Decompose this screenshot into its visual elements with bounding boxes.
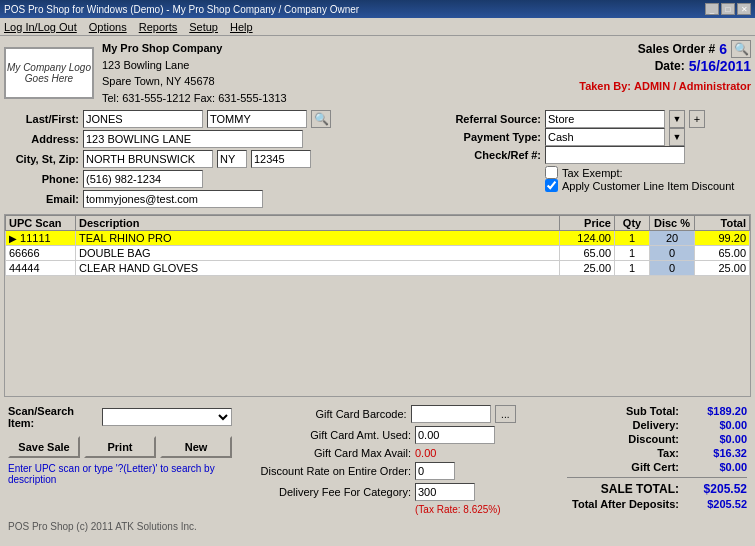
table-row[interactable]: 66666 DOUBLE BAG 65.00 1 0 65.00: [6, 246, 750, 261]
items-table: UPC Scan Description Price Qty Disc % To…: [5, 215, 750, 276]
gift-barcode-input[interactable]: [411, 405, 491, 423]
scan-section: Scan/Search Item: Save Sale Print New En…: [8, 405, 248, 515]
gift-cert-row: Gift Cert: $0.00: [567, 461, 747, 473]
gift-delivery-row: Delivery Fee For Category:: [256, 483, 516, 501]
sales-order-number: 6: [719, 41, 727, 57]
bottom-area: Scan/Search Item: Save Sale Print New En…: [4, 401, 751, 519]
company-address2: Spare Town, NY 45678: [102, 73, 287, 90]
menu-login[interactable]: Log In/Log Out: [4, 21, 77, 33]
discount-label: Discount:: [567, 433, 679, 445]
phone-row: Phone:: [4, 170, 423, 188]
phone-input[interactable]: [83, 170, 203, 188]
apply-discount-row: Apply Customer Line Item Discount: [431, 179, 751, 192]
referral-dropdown-button[interactable]: ▼: [669, 110, 685, 128]
cell-total-2: 25.00: [695, 261, 750, 276]
menu-help[interactable]: Help: [230, 21, 253, 33]
referral-add-button[interactable]: +: [689, 110, 705, 128]
gift-delivery-input[interactable]: [415, 483, 475, 501]
apply-discount-checkbox[interactable]: [545, 179, 558, 192]
zip-input[interactable]: [251, 150, 311, 168]
window-title: POS Pro Shop for Windows (Demo) - My Pro…: [4, 4, 359, 15]
taken-by-label: Taken By:: [579, 80, 631, 92]
address-input[interactable]: [83, 130, 303, 148]
cell-desc-2: CLEAR HAND GLOVES: [76, 261, 560, 276]
tax-exempt-checkbox[interactable]: [545, 166, 558, 179]
after-deposits-value: $205.52: [687, 498, 747, 510]
menu-setup[interactable]: Setup: [189, 21, 218, 33]
right-panel: Referral Source: ▼ + Payment Type: ▼ Che…: [431, 110, 751, 210]
last-first-label: Last/First:: [4, 113, 79, 125]
city-input[interactable]: [83, 150, 213, 168]
referral-input[interactable]: [545, 110, 665, 128]
state-input[interactable]: [217, 150, 247, 168]
row-arrow-0: ▶: [9, 233, 17, 244]
taken-by-value: ADMIN / Administrator: [634, 80, 751, 92]
cell-qty-1: 1: [615, 246, 650, 261]
delivery-label: Delivery:: [567, 419, 679, 431]
delivery-value: $0.00: [687, 419, 747, 431]
footer: POS Pro Shop (c) 2011 ATK Solutions Inc.: [4, 519, 751, 534]
cell-qty-2: 1: [615, 261, 650, 276]
referral-label: Referral Source:: [431, 113, 541, 125]
window-controls: _ □ ✕: [705, 3, 751, 15]
gift-discount-label: Discount Rate on Entire Order:: [256, 465, 411, 477]
close-button[interactable]: ✕: [737, 3, 751, 15]
print-button[interactable]: Print: [84, 436, 156, 458]
email-input[interactable]: [83, 190, 263, 208]
menu-reports[interactable]: Reports: [139, 21, 178, 33]
cell-price-2: 25.00: [560, 261, 615, 276]
cell-qty-0: 1: [615, 231, 650, 246]
table-header-row: UPC Scan Description Price Qty Disc % To…: [6, 216, 750, 231]
gift-amt-used-input[interactable]: [415, 426, 495, 444]
new-button[interactable]: New: [160, 436, 232, 458]
discount-row: Discount: $0.00: [567, 433, 747, 445]
first-name-input[interactable]: [207, 110, 307, 128]
maximize-button[interactable]: □: [721, 3, 735, 15]
date-value: 5/16/2011: [689, 58, 751, 74]
cell-desc-1: DOUBLE BAG: [76, 246, 560, 261]
gift-barcode-row: Gift Card Barcode: ...: [256, 405, 516, 423]
minimize-button[interactable]: _: [705, 3, 719, 15]
sales-order-search-button[interactable]: 🔍: [731, 40, 751, 58]
sale-total-value: $205.52: [687, 482, 747, 496]
check-input[interactable]: [545, 146, 685, 164]
scan-label: Scan/Search Item:: [8, 405, 98, 429]
tax-note: (Tax Rate: 8.625%): [415, 504, 501, 515]
scan-row: Scan/Search Item:: [8, 405, 248, 429]
header-description: Description: [76, 216, 560, 231]
gift-delivery-label: Delivery Fee For Category:: [256, 486, 411, 498]
cell-disc-2: 0: [650, 261, 695, 276]
gift-max-avail-label: Gift Card Max Avail:: [256, 447, 411, 459]
subtotal-label: Sub Total:: [567, 405, 679, 417]
payment-dropdown-button[interactable]: ▼: [669, 128, 685, 146]
last-name-input[interactable]: [83, 110, 203, 128]
gift-discount-row: Discount Rate on Entire Order:: [256, 462, 516, 480]
scan-input[interactable]: [102, 408, 232, 426]
sales-order-date-line: Date: 5/16/2011: [638, 58, 751, 74]
gift-amt-used-row: Gift Card Amt. Used:: [256, 426, 516, 444]
after-deposits-label: Total After Deposits:: [567, 498, 679, 510]
company-tel-fax: Tel: 631-555-1212 Fax: 631-555-1313: [102, 90, 287, 107]
gift-max-avail-row: Gift Card Max Avail: 0.00: [256, 447, 516, 459]
tax-note-row: (Tax Rate: 8.625%): [256, 504, 516, 515]
cell-total-0: 99.20: [695, 231, 750, 246]
table-row[interactable]: 44444 CLEAR HAND GLOVES 25.00 1 0 25.00: [6, 261, 750, 276]
company-name: My Pro Shop Company: [102, 40, 287, 57]
tax-exempt-row: Tax Exempt:: [431, 166, 751, 179]
sales-order-line: Sales Order # 6 🔍: [638, 40, 751, 58]
customer-form: Last/First: 🔍 Address: City, St, Zip: Ph…: [4, 110, 423, 210]
sales-order-label: Sales Order #: [638, 42, 715, 56]
save-sale-button[interactable]: Save Sale: [8, 436, 80, 458]
table-row[interactable]: ▶ 11111 TEAL RHINO PRO 124.00 1 20 99.20: [6, 231, 750, 246]
payment-input[interactable]: [545, 128, 665, 146]
menu-options[interactable]: Options: [89, 21, 127, 33]
gift-discount-input[interactable]: [415, 462, 455, 480]
gift-section: Gift Card Barcode: ... Gift Card Amt. Us…: [256, 405, 516, 515]
sale-total-label: SALE TOTAL:: [567, 482, 679, 496]
copyright-text: POS Pro Shop (c) 2011 ATK Solutions Inc.: [8, 521, 197, 532]
customer-search-button[interactable]: 🔍: [311, 110, 331, 128]
customer-right-section: Last/First: 🔍 Address: City, St, Zip: Ph…: [4, 110, 751, 210]
delivery-row: Delivery: $0.00: [567, 419, 747, 431]
gift-barcode-browse-button[interactable]: ...: [495, 405, 516, 423]
cell-total-1: 65.00: [695, 246, 750, 261]
